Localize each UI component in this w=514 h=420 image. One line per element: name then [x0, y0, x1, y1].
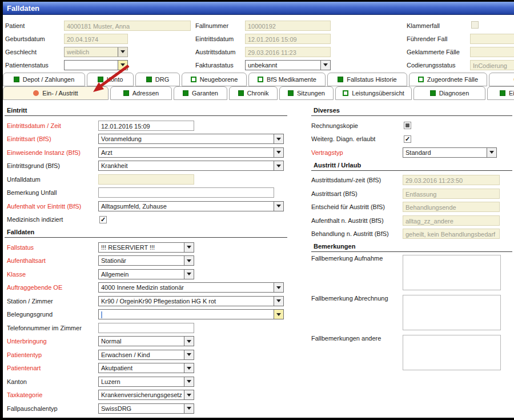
- auftraggebende-oe-dropdown[interactable]: 4000 Innere Medizin stationär: [98, 282, 284, 293]
- eintrittsgrund-dropdown[interactable]: Krankheit: [98, 161, 284, 171]
- chevron-down-icon[interactable]: [274, 134, 283, 143]
- chevron-down-icon[interactable]: [184, 363, 194, 373]
- kanton-dropdown[interactable]: Luzern: [98, 377, 194, 387]
- section-title-bemerkungen: Bemerkungen: [311, 241, 512, 252]
- codierungsstatus-field: InCodierung: [470, 60, 514, 70]
- green-square-icon: [338, 77, 343, 82]
- green-square-icon: [288, 90, 294, 96]
- patiententyp-label: Patiententyp: [5, 351, 98, 358]
- chevron-down-icon[interactable]: [184, 404, 194, 413]
- tab-row-1: Depot / Zahlungen Konto DRG Neugeborene …: [3, 73, 514, 86]
- fakturastatus-dropdown[interactable]: unbekannt: [245, 60, 331, 70]
- chevron-down-icon[interactable]: [274, 202, 283, 211]
- eintrittsdatum-zeit-input[interactable]: 12.01.2016 15:09: [98, 121, 194, 131]
- patientenart-label: Patientenart: [5, 365, 98, 371]
- chevron-down-icon[interactable]: [184, 350, 194, 359]
- form-row: Rechnungskopie: [311, 119, 512, 133]
- tab-eingriffe[interactable]: Eingriffe: [487, 86, 514, 100]
- header-row: Geburtsdatum 20.04.1974 Eintrittsdatum 1…: [3, 32, 514, 45]
- eintrittsdatum-zeit-label: Eintrittsdatum / Zeit: [5, 122, 98, 129]
- tab-neugeborene[interactable]: Neugeborene: [182, 73, 247, 86]
- chevron-down-icon[interactable]: [184, 256, 194, 265]
- chevron-down-icon[interactable]: [184, 337, 194, 346]
- fallbemerkung-abrechnung-textarea[interactable]: [403, 295, 501, 330]
- chevron-down-icon[interactable]: [487, 148, 496, 157]
- fallbemerkungen-andere-textarea[interactable]: [403, 335, 501, 370]
- chevron-down-icon[interactable]: [274, 310, 283, 319]
- chevron-down-icon[interactable]: [320, 61, 330, 70]
- eintrittsart-dropdown[interactable]: Voranmeldung: [98, 134, 284, 144]
- behandlung-n-austritt-label: Behandlung n. Austritt (BfS): [311, 230, 403, 237]
- tab-garanten[interactable]: Garanten: [174, 86, 227, 100]
- tab-leistungsuebersicht[interactable]: Leistungsübersicht: [335, 86, 412, 100]
- belegungsgrund-dropdown[interactable]: [98, 309, 284, 319]
- chevron-down-icon[interactable]: [184, 390, 194, 399]
- aufenthalt-vor-eintritt-dropdown[interactable]: Alltagsumfeld, Zuhause: [98, 201, 284, 211]
- orange-dot-icon: [33, 90, 39, 96]
- unterbringung-dropdown[interactable]: Normal: [98, 336, 194, 346]
- austrittsart-label: Austrittsart (BfS): [311, 190, 403, 197]
- green-square-icon: [430, 90, 436, 96]
- header-row: Patient 4000181 Muster, Anna Fallnummer …: [3, 19, 514, 32]
- taxkategorie-dropdown[interactable]: Krankenversicherungsgesetz: [98, 390, 194, 400]
- fallpauschalentyp-dropdown[interactable]: SwissDRG: [98, 403, 194, 414]
- tab-adressen[interactable]: Adressen: [110, 86, 172, 100]
- fuehrender-fall-label: Führender Fall: [407, 35, 470, 42]
- patient-field: 4000181 Muster, Anna: [64, 21, 191, 31]
- green-square-icon: [500, 90, 505, 96]
- tab-fallstatus-historie[interactable]: Fallstatus Historie: [327, 73, 407, 86]
- unfalldatum-field: [98, 174, 194, 185]
- rechnungskopie-checkbox[interactable]: [404, 122, 411, 129]
- patientenstatus-label: Patientenstatus: [3, 62, 64, 69]
- patientenstatus-dropdown[interactable]: [64, 60, 128, 70]
- telefonnummer-zimmer-input[interactable]: [98, 323, 194, 333]
- tab-konto[interactable]: Konto: [87, 73, 134, 86]
- form-row: Fallstatus !!! RESERVIERT !!!: [5, 241, 287, 254]
- auftraggebende-oe-label: Auftraggebende OE: [5, 284, 98, 291]
- tab-depot-zahlungen[interactable]: Depot / Zahlungen: [3, 73, 85, 86]
- chevron-down-icon[interactable]: [274, 297, 283, 306]
- einweisende-instanz-label: Einweisende Instanz (BfS): [5, 149, 98, 156]
- tab-drg[interactable]: DRG: [135, 73, 180, 86]
- unterbringung-label: Unterbringung: [5, 338, 98, 345]
- einweisende-instanz-dropdown[interactable]: Arzt: [98, 147, 284, 158]
- chevron-down-icon[interactable]: [184, 243, 194, 252]
- chevron-down-icon[interactable]: [184, 377, 194, 386]
- patientenart-dropdown[interactable]: Akutpatient: [98, 363, 194, 373]
- patiententyp-dropdown[interactable]: Erwachsen / Kind: [98, 350, 194, 360]
- form-row: Taxkategorie Krankenversicherungsgesetz: [5, 389, 287, 402]
- fallstatus-dropdown[interactable]: !!! RESERVIERT !!!: [98, 242, 194, 253]
- chevron-down-icon[interactable]: [274, 148, 283, 157]
- bemerkung-unfall-input[interactable]: [98, 187, 274, 198]
- tab-bfs-medikamente[interactable]: BfS Medikamente: [248, 73, 326, 86]
- chevron-down-icon[interactable]: [184, 270, 194, 279]
- tab-geburt[interactable]: Geburt: [489, 73, 514, 86]
- chevron-down-icon[interactable]: [118, 61, 127, 70]
- tab-ein-austritt[interactable]: Ein- / Austritt: [3, 86, 109, 100]
- form-row: Aufenthaltsart Stationär: [5, 254, 287, 268]
- chevron-down-icon[interactable]: [274, 161, 283, 170]
- vertragstyp-dropdown[interactable]: Standard: [403, 147, 497, 158]
- fallnummer-label: Fallnummer: [195, 22, 245, 29]
- tab-diagnosen[interactable]: Diagnosen: [413, 86, 485, 100]
- tab-chronik[interactable]: Chronik: [229, 86, 278, 100]
- tab-zugeordnete-faelle[interactable]: Zugeordnete Fälle: [409, 73, 487, 86]
- weiterg-diagn-checkbox[interactable]: ✓: [404, 135, 411, 143]
- tab-sitzungen[interactable]: Sitzungen: [279, 86, 334, 100]
- klasse-dropdown[interactable]: Allgemein: [98, 269, 194, 279]
- entscheid-austritt-label: Entscheid für Austritt (BfS): [311, 203, 403, 210]
- green-outline-square-icon: [418, 77, 424, 82]
- window-title: Falldaten: [7, 4, 39, 13]
- medizinisch-indiziert-checkbox[interactable]: ✓: [99, 216, 107, 223]
- station-zimmer-dropdown[interactable]: Kr90 / OrgeinKr90 Pflegestation HG K rot: [98, 296, 284, 306]
- medizinisch-indiziert-label: Medizinisch indiziert: [5, 216, 98, 223]
- chevron-down-icon: [118, 47, 127, 57]
- form-row: Unterbringung Normal: [5, 335, 287, 349]
- aufenthaltsart-dropdown[interactable]: Stationär: [98, 255, 194, 266]
- geburtsdatum-field: 20.04.1974: [64, 34, 128, 44]
- green-square-icon: [14, 77, 19, 82]
- fallbemerkung-aufnahme-textarea[interactable]: [403, 255, 501, 290]
- austrittsdatum-field: 29.03.2016 11:23: [245, 47, 331, 57]
- chevron-down-icon[interactable]: [274, 283, 283, 292]
- rechnungskopie-label: Rechnungskopie: [311, 122, 403, 129]
